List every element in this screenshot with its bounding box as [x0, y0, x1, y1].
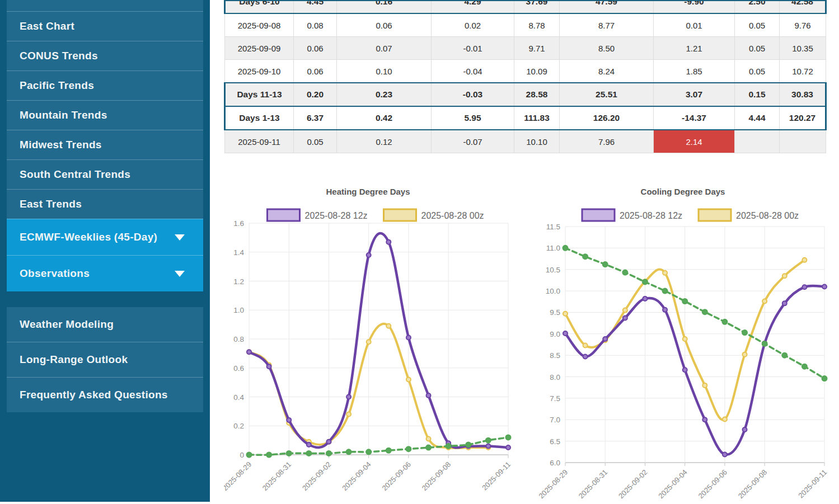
run-12z-point — [486, 444, 490, 448]
sidebar-item-south-central-trends[interactable]: South Central Trends — [7, 159, 203, 189]
run-12z-point — [583, 354, 588, 359]
sidebar-item-east-chart[interactable]: East Chart — [7, 11, 203, 41]
sidebar-item-conus-trends[interactable]: CONUS Trends — [7, 41, 203, 70]
sidebar-item-ecmwf-weeklies-45-day[interactable]: ECMWF-Weeklies (45-Day) — [7, 219, 203, 255]
y-tick-label: 1.4 — [233, 248, 244, 257]
legend-swatch — [268, 209, 300, 221]
run-12z-point — [426, 393, 431, 398]
sidebar-item-label: ECMWF-Weeklies (45-Day) — [20, 231, 157, 243]
chart-title: Cooling Degree Days — [641, 187, 725, 196]
run-12z-point — [406, 335, 411, 340]
run-12z-point — [643, 296, 647, 301]
sidebar-item-partial[interactable] — [7, 0, 203, 11]
value-cell: 0.06 — [294, 60, 337, 83]
value-cell: 8.78 — [514, 13, 560, 37]
row-label-cell: 2025-09-08 — [225, 13, 294, 37]
value-cell: 25.51 — [560, 83, 654, 106]
value-cell: 42.58 — [780, 1, 826, 13]
value-cell: 8.24 — [560, 60, 654, 83]
run-00z-point — [762, 299, 767, 304]
run-00z-point — [683, 337, 687, 341]
run-00z-point — [583, 343, 588, 348]
sidebar-item-weather-modeling[interactable]: Weather Modeling — [7, 307, 203, 342]
legend-label: 2025-08-28 00z — [736, 211, 799, 220]
legend-swatch — [699, 209, 731, 221]
sidebar-item-long-range-outlook[interactable]: Long-Range Outlook — [7, 342, 203, 377]
value-cell: 0.06 — [337, 13, 432, 37]
sidebar-item-frequently-asked-questions[interactable]: Frequently Asked Questions — [7, 377, 203, 412]
value-cell: 0.15 — [735, 83, 780, 106]
climatology-point — [506, 435, 511, 440]
row-label-cell: 2025-09-10 — [225, 60, 294, 83]
sidebar: East ChartCONUS TrendsPacific TrendsMoun… — [0, 0, 210, 502]
table-row-days-1-13: Days 1-136.370.425.95111.83126.20-14.374… — [225, 106, 826, 130]
run-12z-point — [723, 452, 727, 456]
value-cell: 7.96 — [560, 130, 654, 153]
run-00z-point — [563, 312, 568, 316]
climatology-point — [643, 279, 648, 284]
run-00z-point — [702, 383, 707, 388]
value-cell: 47.59 — [560, 1, 654, 13]
climatology-point — [682, 299, 687, 304]
climatology-point — [266, 453, 271, 458]
climatology-point — [346, 449, 351, 454]
value-cell: 10.35 — [780, 37, 826, 60]
heating-degree-days-chart: Heating Degree Days2025-08-28 12z2025-08… — [224, 185, 512, 504]
value-cell: 4.45 — [294, 1, 337, 13]
run-00z-point — [623, 308, 627, 313]
climatology-point — [426, 445, 431, 450]
x-tick-label: 2025-08-29 — [537, 468, 569, 501]
sidebar-item-label: Mountain Trends — [20, 109, 107, 121]
climatology-point — [782, 353, 787, 358]
climatology-point — [386, 448, 391, 453]
climatology-point — [742, 330, 747, 335]
row-label-cell: Days 1-13 — [225, 106, 294, 130]
table-row-2025-09-10: 2025-09-100.060.10-0.0410.098.241.850.05… — [225, 60, 826, 83]
run-12z-line — [565, 286, 824, 455]
y-tick-label: 9.5 — [550, 308, 560, 317]
value-cell: -14.37 — [654, 106, 735, 130]
sidebar-item-midwest-trends[interactable]: Midwest Trends — [7, 130, 203, 159]
x-tick-label: 2025-09-06 — [696, 468, 729, 501]
run-12z-point — [506, 445, 510, 450]
row-label-cell: 2025-09-09 — [225, 37, 294, 60]
sidebar-item-label: Pacific Trends — [20, 79, 94, 92]
y-tick-label: 11.5 — [546, 223, 560, 231]
sidebar-item-label: Weather Modeling — [20, 318, 114, 331]
sidebar-nav-group: East ChartCONUS TrendsPacific TrendsMoun… — [7, 0, 203, 219]
run-00z-point — [782, 274, 787, 278]
run-00z-point — [723, 417, 727, 422]
alert-value-cell: 2.14 — [654, 130, 735, 153]
sidebar-item-east-trends[interactable]: East Trends — [7, 189, 203, 219]
row-label-cell: 2025-09-11 — [225, 130, 294, 153]
y-tick-label: 6.5 — [550, 437, 560, 446]
run-00z-point — [386, 324, 391, 328]
y-tick-label: 0.4 — [233, 393, 244, 402]
sidebar-item-pacific-trends[interactable]: Pacific Trends — [7, 70, 203, 100]
value-cell: 30.83 — [780, 83, 826, 106]
value-cell: 0.05 — [294, 130, 337, 153]
value-cell: 8.77 — [560, 13, 654, 37]
x-tick-label: 2025-09-06 — [380, 460, 413, 493]
climatology-point — [702, 309, 707, 314]
y-tick-label: 10.5 — [546, 266, 560, 274]
sidebar-item-mountain-trends[interactable]: Mountain Trends — [7, 100, 203, 130]
chart-title: Heating Degree Days — [326, 187, 410, 196]
value-cell: 0.05 — [735, 13, 780, 37]
run-00z-point — [743, 352, 747, 357]
y-tick-label: 6.0 — [550, 459, 560, 467]
run-12z-point — [822, 284, 827, 289]
climatology-point — [287, 451, 292, 456]
run-12z-point — [326, 440, 331, 444]
value-cell: 8.50 — [560, 37, 654, 60]
sidebar-item-observations[interactable]: Observations — [7, 255, 203, 291]
x-tick-label: 2025-09-11 — [480, 460, 512, 492]
degree-days-table: Days 6-104.450.164.2937.6947.59-9.902.50… — [224, 0, 827, 153]
x-tick-label: 2025-08-31 — [577, 468, 610, 501]
value-cell: 0.16 — [337, 1, 432, 13]
climatology-point — [722, 319, 727, 324]
run-12z-point — [247, 350, 251, 354]
sidebar-secondary-group: Weather ModelingLong-Range OutlookFreque… — [7, 307, 203, 412]
value-cell: 0.42 — [337, 106, 432, 130]
value-cell: 120.27 — [780, 106, 826, 130]
